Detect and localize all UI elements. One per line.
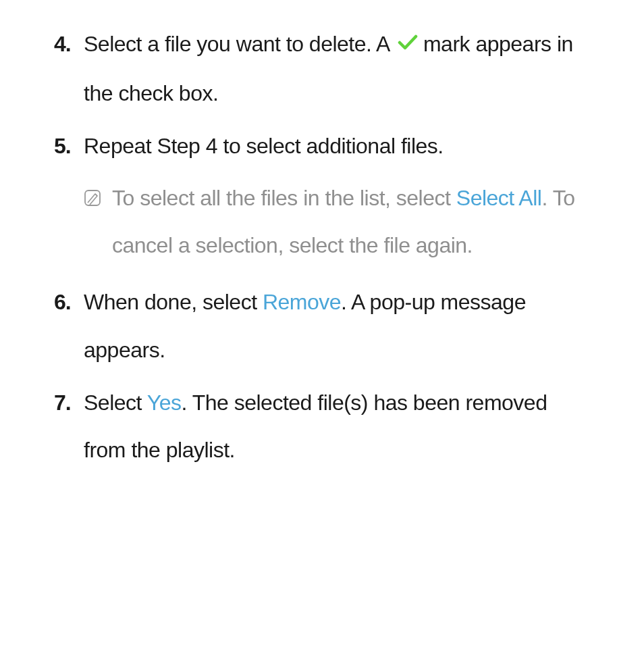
step-text: Repeat Step 4 to select additional files…	[84, 134, 444, 158]
instruction-list: 4. Select a file you want to delete. A m…	[54, 20, 590, 474]
step-number: 4.	[54, 20, 84, 117]
step-text: When done, select Remove. A pop-up messa…	[84, 278, 590, 374]
note-text: To select all the files in the list, sel…	[112, 174, 590, 270]
step-text-part: When done, select	[84, 290, 263, 314]
step-6: 6. When done, select Remove. A pop-up me…	[54, 278, 590, 374]
svg-rect-0	[85, 191, 100, 205]
remove-label: Remove	[263, 290, 341, 314]
step-7: 7. Select Yes. The selected file(s) has …	[54, 379, 590, 474]
checkmark-icon	[398, 20, 418, 68]
svg-line-1	[95, 194, 97, 196]
step-number: 5.	[54, 122, 84, 273]
step-5: 5. Repeat Step 4 to select additional fi…	[54, 122, 590, 273]
note-block: To select all the files in the list, sel…	[84, 174, 590, 270]
step-text-part: Select a file you want to delete. A	[84, 32, 395, 56]
note-text-part: To select all the files in the list, sel…	[112, 186, 456, 210]
step-text: Select Yes. The selected file(s) has bee…	[84, 379, 590, 474]
step-number: 7.	[54, 379, 84, 474]
step-number: 6.	[54, 278, 84, 374]
select-all-label: Select All	[456, 186, 542, 210]
yes-label: Yes	[147, 390, 182, 415]
step-text-part: Select	[84, 390, 147, 415]
note-icon	[84, 189, 105, 270]
step-text: Select a file you want to delete. A mark…	[84, 20, 590, 117]
step-body: Repeat Step 4 to select additional files…	[84, 122, 590, 273]
step-4: 4. Select a file you want to delete. A m…	[54, 20, 590, 117]
